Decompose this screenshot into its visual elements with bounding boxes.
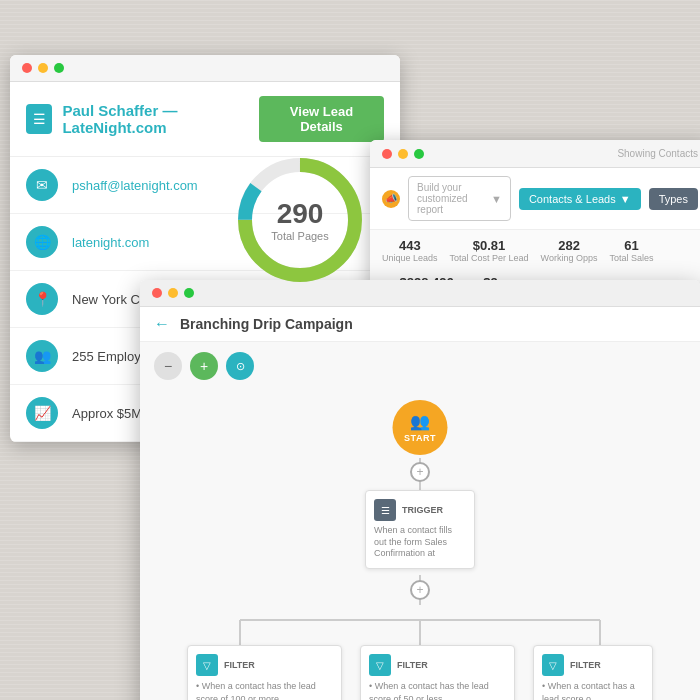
lead-person-name: Paul Schaffer — LateNight.com [62, 102, 259, 136]
revenue-icon: 📈 [26, 397, 58, 429]
filter-3-label: FILTER [570, 660, 601, 670]
start-icon: 👥 [410, 412, 430, 431]
trigger-text: When a contact fills out the form Sales … [374, 525, 466, 560]
filter-1-label: FILTER [224, 660, 255, 670]
stat-unique-leads-value: 443 [382, 238, 438, 253]
lead-title-group: ☰ Paul Schaffer — LateNight.com [26, 102, 259, 136]
filter-node-2: ▽ FILTER • When a contact has the lead s… [360, 645, 515, 700]
filter-2-header: ▽ FILTER [369, 654, 506, 676]
lead-titlebar [10, 55, 400, 82]
lead-header: ☰ Paul Schaffer — LateNight.com View Lea… [10, 82, 400, 157]
stat-cost-label: Total Cost Per Lead [450, 253, 529, 263]
stat-sales-value: 61 [609, 238, 653, 253]
zoom-out-button[interactable]: − [154, 352, 182, 380]
trigger-icon: ☰ [374, 499, 396, 521]
stat-cost-per-lead: $0.81 Total Cost Per Lead [450, 238, 529, 263]
filter-2-icon: ▽ [369, 654, 391, 676]
filter-node-1: ▽ FILTER • When a contact has the lead s… [187, 645, 342, 700]
donut-container: 290 Total Pages [230, 150, 370, 290]
minimize-dot-2[interactable] [398, 149, 408, 159]
start-node: 👥 START [393, 400, 448, 455]
close-dot-2[interactable] [382, 149, 392, 159]
target-button[interactable]: ⊙ [226, 352, 254, 380]
filter-node-3: ▽ FILTER • When a contact has a lead sco… [533, 645, 653, 700]
donut-label: Total Pages [271, 230, 328, 242]
trigger-header: ☰ TRIGGER [374, 499, 466, 521]
report-placeholder: Build your customized report [417, 182, 487, 215]
stat-opps-label: Working Opps [541, 253, 598, 263]
filter-3-text: • When a contact has a lead score o... [542, 680, 644, 700]
contacts-titlebar: Showing Contacts [370, 140, 700, 168]
filter-1-text: • When a contact has the lead score of 1… [196, 680, 333, 700]
start-label: START [404, 433, 436, 443]
campaign-canvas: 👥 START + ☰ TRIGGER When a contact fills… [140, 390, 700, 700]
location-icon: 📍 [26, 283, 58, 315]
maximize-dot-2[interactable] [414, 149, 424, 159]
megaphone-icon: 📣 [382, 190, 400, 208]
campaign-header: ← Branching Drip Campaign [140, 307, 700, 342]
stat-working-opps: 282 Working Opps [541, 238, 598, 263]
campaign-window: ← Branching Drip Campaign − + ⊙ 👥 START [140, 280, 700, 700]
filter-1-header: ▽ FILTER [196, 654, 333, 676]
campaign-titlebar [140, 280, 700, 307]
filter-3-icon: ▽ [542, 654, 564, 676]
contacts-dropdown-icon: ▼ [620, 193, 631, 205]
contacts-leads-button[interactable]: Contacts & Leads ▼ [519, 188, 641, 210]
email-icon: ✉ [26, 169, 58, 201]
start-circle: 👥 START [393, 400, 448, 455]
minimize-dot-3[interactable] [168, 288, 178, 298]
stat-sales-label: Total Sales [609, 253, 653, 263]
donut-value: 290 [271, 198, 328, 230]
filter-nodes-row: ▽ FILTER • When a contact has the lead s… [140, 645, 700, 700]
maximize-dot-3[interactable] [184, 288, 194, 298]
website-icon: 🌐 [26, 226, 58, 258]
trigger-label: TRIGGER [402, 505, 443, 515]
contacts-button-label: Contacts & Leads [529, 193, 616, 205]
filter-2-text: • When a contact has the lead score of 5… [369, 680, 506, 700]
filter-2-label: FILTER [397, 660, 428, 670]
stat-unique-leads-label: Unique Leads [382, 253, 438, 263]
types-button[interactable]: Types [649, 188, 698, 210]
plus-connector-1[interactable]: + [410, 462, 430, 482]
stat-opps-value: 282 [541, 238, 598, 253]
stat-unique-leads: 443 Unique Leads [382, 238, 438, 263]
stat-cost-value: $0.81 [450, 238, 529, 253]
dropdown-arrow-icon: ▼ [491, 193, 502, 205]
plus-connector-2[interactable]: + [410, 580, 430, 600]
stat-total-sales: 61 Total Sales [609, 238, 653, 263]
website-value: latenight.com [72, 235, 149, 250]
minimize-dot[interactable] [38, 63, 48, 73]
filter-3-header: ▽ FILTER [542, 654, 644, 676]
zoom-in-button[interactable]: + [190, 352, 218, 380]
back-arrow-icon[interactable]: ← [154, 315, 170, 333]
lead-icon: ☰ [26, 104, 52, 134]
report-input[interactable]: Build your customized report ▼ [408, 176, 511, 221]
close-dot-3[interactable] [152, 288, 162, 298]
donut-center: 290 Total Pages [271, 198, 328, 242]
close-dot[interactable] [22, 63, 32, 73]
email-value: pshaff@latenight.com [72, 178, 198, 193]
employees-icon: 👥 [26, 340, 58, 372]
maximize-dot[interactable] [54, 63, 64, 73]
campaign-title: Branching Drip Campaign [180, 316, 353, 332]
filter-1-icon: ▽ [196, 654, 218, 676]
trigger-box: ☰ TRIGGER When a contact fills out the f… [365, 490, 475, 569]
showing-text: Showing Contacts [617, 148, 698, 159]
view-lead-button[interactable]: View Lead Details [259, 96, 384, 142]
trigger-node: ☰ TRIGGER When a contact fills out the f… [365, 490, 475, 569]
donut-chart-area: 290 Total Pages [230, 150, 370, 290]
contacts-topbar: 📣 Build your customized report ▼ Contact… [370, 168, 700, 230]
campaign-toolbar: − + ⊙ [140, 342, 700, 390]
